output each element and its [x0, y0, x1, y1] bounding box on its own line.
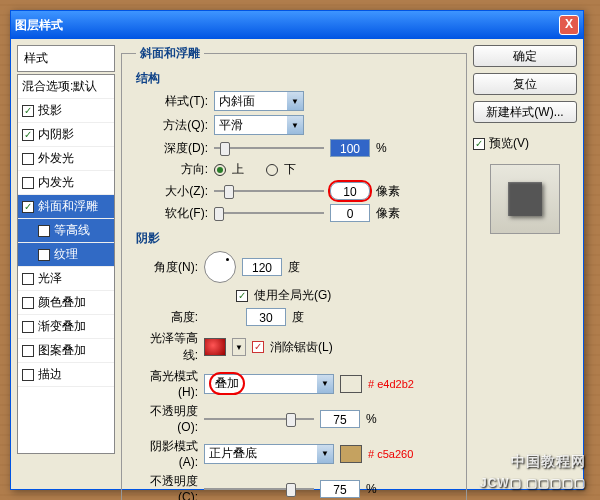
list-item-blend[interactable]: 混合选项:默认 — [18, 75, 114, 99]
list-item-contour[interactable]: 等高线 — [18, 219, 114, 243]
list-item-dropshadow[interactable]: 投影 — [18, 99, 114, 123]
list-item-texture[interactable]: 纹理 — [18, 243, 114, 267]
technique-label: 方法(Q): — [136, 117, 208, 134]
shadow-opacity-slider[interactable] — [204, 481, 314, 497]
list-item-coloroverlay[interactable]: 颜色叠加 — [18, 291, 114, 315]
direction-down-radio[interactable] — [266, 164, 278, 176]
gloss-label: 光泽等高线: — [136, 330, 198, 364]
title-bar[interactable]: 图层样式 X — [11, 11, 583, 39]
shadow-annot: # c5a260 — [368, 448, 413, 460]
highlight-opacity-input[interactable]: 75 — [320, 410, 360, 428]
preview-swatch — [490, 164, 560, 234]
shading-legend: 阴影 — [136, 230, 456, 247]
gloss-contour-picker[interactable] — [204, 338, 226, 356]
altitude-label: 高度: — [136, 309, 198, 326]
chevron-down-icon[interactable]: ▼ — [232, 338, 246, 356]
checkbox-icon[interactable] — [22, 177, 34, 189]
chevron-down-icon: ▼ — [287, 116, 303, 134]
checkbox-icon[interactable] — [38, 225, 50, 237]
chevron-down-icon: ▼ — [317, 445, 333, 463]
preview-label: 预览(V) — [489, 135, 529, 152]
antialias-checkbox[interactable] — [252, 341, 264, 353]
structure-label: 结构 — [136, 70, 456, 87]
checkbox-icon[interactable] — [22, 297, 34, 309]
size-slider[interactable] — [214, 183, 324, 199]
angle-dial[interactable] — [204, 251, 236, 283]
checkbox-icon[interactable] — [22, 345, 34, 357]
shadow-opacity-input[interactable]: 75 — [320, 480, 360, 498]
highlight-mode-label: 高光模式(H): — [136, 368, 198, 399]
highlight-mode-select[interactable]: 叠加▼ — [204, 374, 334, 394]
effects-list: 混合选项:默认 投影 内阴影 外发光 内发光 斜面和浮雕 等高线 纹理 光泽 颜… — [17, 74, 115, 454]
shadow-opacity-label: 不透明度(C): — [136, 473, 198, 500]
style-label: 样式(T): — [136, 93, 208, 110]
altitude-input[interactable]: 30 — [246, 308, 286, 326]
direction-up-radio[interactable] — [214, 164, 226, 176]
list-item-innerglow[interactable]: 内发光 — [18, 171, 114, 195]
angle-input[interactable]: 120 — [242, 258, 282, 276]
window-title: 图层样式 — [15, 17, 63, 34]
checkbox-icon[interactable] — [22, 321, 34, 333]
list-item-stroke[interactable]: 描边 — [18, 363, 114, 387]
shadow-mode-select[interactable]: 正片叠底▼ — [204, 444, 334, 464]
soften-label: 软化(F): — [136, 205, 208, 222]
technique-select[interactable]: 平滑▼ — [214, 115, 304, 135]
layer-style-dialog: 图层样式 X 样式 混合选项:默认 投影 内阴影 外发光 内发光 斜面和浮雕 等… — [10, 10, 584, 490]
new-style-button[interactable]: 新建样式(W)... — [473, 101, 577, 123]
style-select[interactable]: 内斜面▼ — [214, 91, 304, 111]
chevron-down-icon: ▼ — [317, 375, 333, 393]
highlight-color-swatch[interactable] — [340, 375, 362, 393]
checkbox-icon[interactable] — [22, 273, 34, 285]
depth-slider[interactable] — [214, 140, 324, 156]
checkbox-icon[interactable] — [38, 249, 50, 261]
soften-input[interactable]: 0 — [330, 204, 370, 222]
checkbox-icon[interactable] — [22, 129, 34, 141]
soften-slider[interactable] — [214, 205, 324, 221]
close-button[interactable]: X — [559, 15, 579, 35]
size-label: 大小(Z): — [136, 183, 208, 200]
checkbox-icon[interactable] — [22, 153, 34, 165]
bevel-group: 斜面和浮雕 结构 样式(T): 内斜面▼ 方法(Q): 平滑▼ 深度(D): 1… — [121, 45, 467, 500]
depth-label: 深度(D): — [136, 140, 208, 157]
chevron-down-icon: ▼ — [287, 92, 303, 110]
highlight-opacity-label: 不透明度(O): — [136, 403, 198, 434]
shadow-mode-label: 阴影模式(A): — [136, 438, 198, 469]
checkbox-icon[interactable] — [22, 369, 34, 381]
list-item-satin[interactable]: 光泽 — [18, 267, 114, 291]
list-item-innershadow[interactable]: 内阴影 — [18, 123, 114, 147]
preview-checkbox[interactable] — [473, 138, 485, 150]
angle-label: 角度(N): — [136, 259, 198, 276]
ok-button[interactable]: 确定 — [473, 45, 577, 67]
highlight-opacity-slider[interactable] — [204, 411, 314, 427]
depth-input[interactable]: 100 — [330, 139, 370, 157]
shadow-color-swatch[interactable] — [340, 445, 362, 463]
watermark: 中国教程网 JCW▢ ▢▢▢▢▢ — [480, 453, 586, 492]
list-item-bevel[interactable]: 斜面和浮雕 — [18, 195, 114, 219]
checkbox-icon[interactable] — [22, 105, 34, 117]
styles-header: 样式 — [17, 45, 115, 72]
bevel-legend: 斜面和浮雕 — [136, 45, 204, 62]
cancel-button[interactable]: 复位 — [473, 73, 577, 95]
checkbox-icon[interactable] — [22, 201, 34, 213]
size-input[interactable]: 10 — [330, 182, 370, 200]
list-item-patternoverlay[interactable]: 图案叠加 — [18, 339, 114, 363]
list-item-gradientoverlay[interactable]: 渐变叠加 — [18, 315, 114, 339]
global-light-checkbox[interactable] — [236, 290, 248, 302]
direction-label: 方向: — [136, 161, 208, 178]
list-item-outerglow[interactable]: 外发光 — [18, 147, 114, 171]
highlight-annot: # e4d2b2 — [368, 378, 414, 390]
